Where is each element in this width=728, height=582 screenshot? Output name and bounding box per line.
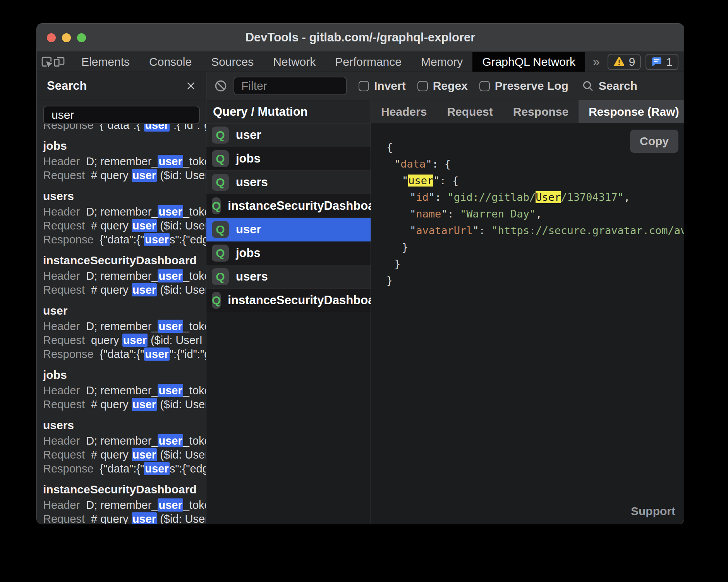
search-results-list: Response{"data":{"user":{"id":"gidjobsHe… bbox=[37, 124, 206, 524]
result-text: _token=e bbox=[183, 270, 206, 282]
result-line[interactable]: Request# query user ($id: UserI bbox=[43, 512, 200, 524]
query-item-user[interactable]: Quser bbox=[206, 123, 371, 147]
search-box bbox=[37, 100, 206, 124]
search-match: user bbox=[144, 233, 169, 246]
tab-elements[interactable]: Elements bbox=[72, 52, 139, 72]
search-match: user bbox=[144, 347, 169, 361]
regex-checkbox[interactable] bbox=[417, 81, 428, 91]
filter-input[interactable] bbox=[234, 77, 347, 95]
result-line[interactable]: Response{"data":{"user":{"id":"gi bbox=[43, 347, 200, 361]
tab-graphql-network[interactable]: GraphQL Network bbox=[472, 52, 585, 72]
detail-tab-response-raw[interactable]: Response (Raw) bbox=[579, 100, 684, 123]
search-match: user bbox=[158, 320, 183, 333]
search-match-highlight: User bbox=[536, 191, 561, 203]
result-text: _token=e bbox=[183, 499, 206, 511]
result-text: ($id: UserI bbox=[157, 398, 206, 411]
filter-bar: InvertRegexPreserve Log Search bbox=[206, 72, 684, 100]
device-toolbar-icon[interactable] bbox=[53, 52, 65, 72]
json-punct: " bbox=[402, 175, 408, 187]
json-viewer: {"data": {"user": {"id": "gid://gitlab/U… bbox=[386, 139, 684, 289]
result-line[interactable]: Request# query user ($id: UserI bbox=[43, 168, 200, 182]
query-item-instancesecuritydashboard[interactable]: QinstanceSecurityDashboard bbox=[206, 194, 371, 218]
warnings-badge[interactable]: 9 bbox=[608, 54, 641, 70]
result-line[interactable]: HeaderD; remember_user_token=e bbox=[43, 498, 200, 512]
json-line: } bbox=[386, 239, 684, 255]
result-line[interactable]: Requestquery user ($id: UserI bbox=[43, 333, 200, 347]
result-line[interactable]: Request# query user ($id: UserI bbox=[43, 283, 200, 297]
query-item-jobs[interactable]: Qjobs bbox=[206, 147, 371, 171]
tab-network[interactable]: Network bbox=[263, 52, 325, 72]
close-search-icon[interactable] bbox=[186, 81, 196, 91]
fullscreen-window-button[interactable] bbox=[77, 33, 86, 42]
query-item-jobs[interactable]: Qjobs bbox=[206, 241, 371, 265]
invert-checkbox[interactable] bbox=[359, 81, 369, 91]
result-line[interactable]: HeaderD; remember_user_token=e bbox=[43, 205, 200, 219]
issues-badge[interactable]: 1 bbox=[646, 54, 678, 70]
preserve-log-checkbox[interactable] bbox=[479, 81, 490, 91]
query-kind-badge: Q bbox=[212, 221, 229, 238]
minimize-window-button[interactable] bbox=[62, 33, 71, 42]
result-text: _token=e bbox=[183, 435, 206, 447]
result-text: _token=e bbox=[183, 205, 206, 218]
json-punct: " bbox=[410, 191, 416, 203]
result-line[interactable]: HeaderD; remember_user_token=e bbox=[43, 383, 200, 397]
query-item-instancesecuritydashboard[interactable]: QinstanceSecurityDashboard bbox=[206, 289, 371, 312]
detail-tab-headers[interactable]: Headers bbox=[371, 100, 437, 123]
query-item-users[interactable]: Qusers bbox=[206, 265, 371, 289]
detail-tab-request[interactable]: Request bbox=[437, 100, 503, 123]
result-line[interactable]: Request# query user ($id: UserI bbox=[43, 219, 200, 233]
result-text: D; remember_ bbox=[86, 270, 158, 282]
result-text: ($id: UserI bbox=[157, 448, 206, 461]
json-punct: " bbox=[410, 208, 416, 220]
result-line[interactable]: HeaderD; remember_user_token=e bbox=[43, 154, 200, 168]
result-line[interactable]: Response{"data":{"users":{"edges bbox=[43, 462, 200, 476]
result-text: # query bbox=[91, 448, 132, 461]
query-item-user[interactable]: Quser bbox=[206, 218, 371, 241]
result-line-label: Request bbox=[43, 513, 85, 524]
detail-tab-response[interactable]: Response bbox=[503, 100, 579, 123]
more-tabs-button[interactable]: » bbox=[585, 52, 608, 72]
result-text: # query bbox=[91, 169, 132, 181]
result-line-clipped[interactable]: Response{"data":{"user":{"id":"gid bbox=[43, 124, 200, 132]
detail-panel: HeadersRequestResponseResponse (Raw) Cop… bbox=[371, 100, 684, 524]
result-line[interactable]: Request# query user ($id: UserI bbox=[43, 397, 200, 411]
query-kind-badge: Q bbox=[212, 245, 229, 262]
tab-memory[interactable]: Memory bbox=[411, 52, 472, 72]
result-line[interactable]: HeaderD; remember_user_token=e bbox=[43, 319, 200, 333]
issues-count: 1 bbox=[666, 55, 673, 68]
result-text: ($id: UserI bbox=[148, 334, 203, 346]
network-search-label: Search bbox=[599, 79, 637, 92]
tab-console[interactable]: Console bbox=[139, 52, 201, 72]
clear-icon[interactable] bbox=[214, 79, 227, 92]
result-group-users: usersHeaderD; remember_user_token=eReque… bbox=[43, 417, 200, 476]
result-line[interactable]: HeaderD; remember_user_token=e bbox=[43, 434, 200, 448]
result-line[interactable]: Response{"data":{"users":{"edges bbox=[43, 233, 200, 246]
json-punct: } bbox=[394, 258, 400, 270]
result-line[interactable]: HeaderD; remember_user_token=e bbox=[43, 269, 200, 283]
result-line[interactable]: Request# query user ($id: UserI bbox=[43, 448, 200, 462]
result-text: # query bbox=[91, 284, 132, 296]
close-window-button[interactable] bbox=[47, 33, 56, 42]
support-link[interactable]: Support bbox=[631, 505, 675, 518]
result-line-label: Header bbox=[43, 499, 80, 511]
result-group-title: jobs bbox=[43, 366, 200, 383]
devtools-tabbar: ElementsConsoleSourcesNetworkPerformance… bbox=[37, 52, 684, 72]
network-search-group[interactable]: Search bbox=[582, 79, 637, 92]
search-panel: Search Response{"data":{"user":{"id":"gi… bbox=[37, 72, 206, 524]
search-match: user bbox=[132, 398, 157, 411]
copy-button[interactable]: Copy bbox=[630, 130, 678, 153]
inspect-element-icon[interactable] bbox=[41, 52, 53, 72]
search-match: user bbox=[158, 384, 183, 397]
result-text: D; remember_ bbox=[86, 320, 158, 332]
result-text: ":{"id":"gi bbox=[170, 348, 206, 360]
query-item-users[interactable]: Qusers bbox=[206, 171, 371, 194]
search-input[interactable] bbox=[43, 106, 200, 124]
tab-sources[interactable]: Sources bbox=[201, 52, 263, 72]
detail-tabs: HeadersRequestResponseResponse (Raw) bbox=[371, 100, 684, 123]
json-key: avatarUrl bbox=[416, 224, 472, 236]
result-line-label: Request bbox=[43, 448, 85, 461]
result-text: ":{"id":"gid bbox=[170, 124, 206, 131]
result-text: query bbox=[91, 334, 122, 346]
tab-performance[interactable]: Performance bbox=[325, 52, 411, 72]
json-punct: } bbox=[402, 241, 408, 253]
